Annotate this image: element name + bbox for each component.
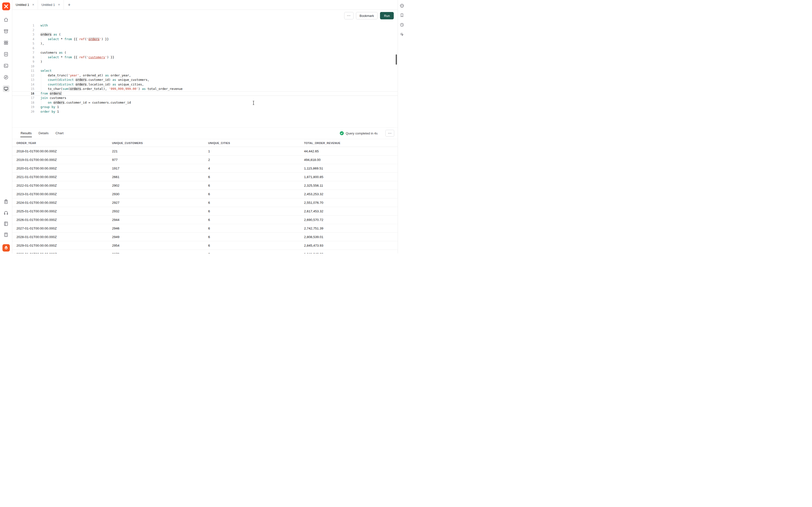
code-line: 8 select * from {{ ref('customers') }} [12, 55, 398, 60]
table-cell: 2022-01-01T00:00:00.000Z [16, 184, 112, 187]
journal-icon [3, 221, 9, 226]
line-number: 11 [12, 69, 34, 73]
table-cell: 494,818.00 [304, 158, 398, 162]
sidebar-item-archive[interactable] [3, 28, 9, 35]
table-cell: 1,841,049.32 [304, 252, 398, 254]
sidebar-item-calculator[interactable] [3, 231, 9, 238]
table-cell: 6 [208, 252, 304, 254]
sidebar-item-history[interactable] [399, 21, 405, 28]
grid-icon [3, 40, 9, 45]
table-cell: 2946 [112, 227, 208, 230]
line-number: 3 [12, 32, 34, 37]
tab-label: Untitled 1 [41, 3, 55, 7]
table-body: 2018-01-01T00:00:00.000Z221144,442.65201… [12, 147, 398, 253]
code-line: 3orders as ( [12, 32, 398, 37]
line-number: 7 [12, 50, 34, 55]
editor-scrollbar-thumb[interactable] [396, 54, 397, 65]
sidebar-item-cursor-click[interactable] [399, 31, 405, 38]
tab-label: Untitled 1 [16, 3, 29, 7]
sidebar-item-headphones[interactable] [3, 209, 9, 216]
code-text: select [34, 69, 51, 73]
monitor-icon [3, 86, 9, 91]
table-row[interactable]: 2023-01-01T00:00:00.000Z293062,453,253.3… [12, 190, 398, 199]
editor-tab[interactable]: Untitled 1✕ [38, 0, 64, 9]
cursor-click-icon [400, 32, 404, 37]
results-more-button[interactable]: ⋯ [386, 130, 394, 137]
sidebar-item-clipboard[interactable] [3, 198, 9, 205]
line-number: 2 [12, 28, 34, 33]
explore-icon [400, 3, 404, 8]
table-cell: 2024-01-01T00:00:00.000Z [16, 201, 112, 205]
code-line: 18 on orders.customer_id = customers.cus… [12, 100, 398, 105]
close-icon[interactable]: ✕ [58, 3, 60, 6]
table-row[interactable]: 2021-01-01T00:00:00.000Z266161,871,800.8… [12, 173, 398, 181]
table-cell: 1 [208, 150, 304, 153]
column-header[interactable]: TOTAL_ORDER_REVENUE [304, 142, 398, 145]
table-cell: 2,551,076.70 [304, 201, 398, 205]
code-line: 12 date_trunc('year', ordered_at) as ord… [12, 73, 398, 78]
table-row[interactable]: 2027-01-01T00:00:00.000Z294662,742,751.3… [12, 224, 398, 233]
main-panel: Untitled 1✕Untitled 1✕+ ⋯ Bookmark Run 1… [12, 0, 398, 253]
table-cell: 2,617,453.32 [304, 210, 398, 213]
table-row[interactable]: 2029-01-01T00:00:00.000Z295462,845,473.9… [12, 241, 398, 250]
results-tabs: ResultsDetailsChart [20, 129, 64, 137]
table-row[interactable]: 2024-01-01T00:00:00.000Z292762,551,076.7… [12, 199, 398, 207]
table-cell: 2,453,253.32 [304, 192, 398, 196]
archive-icon [3, 29, 9, 34]
app-logo[interactable] [2, 2, 10, 10]
code-text: ) [34, 59, 42, 64]
results-tab-results[interactable]: Results [20, 129, 32, 137]
column-header[interactable]: UNIQUE_CITIES [208, 142, 304, 145]
sidebar-item-grid[interactable] [3, 39, 9, 46]
code-text [34, 28, 41, 33]
home-icon [3, 17, 9, 22]
tab-bar: Untitled 1✕Untitled 1✕+ [12, 0, 398, 10]
sidebar-item-code-file[interactable] [3, 51, 9, 58]
sidebar-item-bookmark[interactable] [399, 12, 405, 18]
code-text: count(distinct orders.location_id) as un… [34, 82, 144, 87]
line-number: 16 [12, 91, 34, 96]
table-row[interactable]: 2018-01-01T00:00:00.000Z221144,442.65 [12, 147, 398, 156]
table-row[interactable]: 2030-01-01T00:00:00.000Z287961,841,049.3… [12, 250, 398, 253]
close-icon[interactable]: ✕ [32, 3, 34, 6]
code-line: 15 to_char(sum(orders.order_total), '999… [12, 87, 398, 91]
terminal-icon [3, 63, 9, 68]
results-tab-chart[interactable]: Chart [55, 129, 64, 137]
sql-editor[interactable]: 1with23orders as (4 select * from {{ ref… [12, 21, 398, 127]
column-header[interactable]: UNIQUE_CUSTOMERS [112, 142, 208, 145]
sidebar-item-monitor[interactable] [3, 85, 9, 92]
line-number: 5 [12, 41, 34, 46]
sidebar-item-explore[interactable] [399, 2, 405, 9]
line-number: 19 [12, 105, 34, 110]
editor-tab[interactable]: Untitled 1✕ [12, 0, 38, 9]
table-cell: 2 [208, 158, 304, 162]
table-cell: 2930 [112, 192, 208, 196]
code-text: to_char(sum(orders.order_total), '999,99… [34, 87, 183, 91]
bookmark-button[interactable]: Bookmark [356, 12, 378, 19]
table-cell: 2023-01-01T00:00:00.000Z [16, 192, 112, 196]
table-row[interactable]: 2026-01-01T00:00:00.000Z294462,690,570.7… [12, 216, 398, 224]
table-row[interactable]: 2025-01-01T00:00:00.000Z293262,617,453.3… [12, 207, 398, 216]
more-options-button[interactable]: ⋯ [344, 12, 354, 19]
sidebar-item-terminal[interactable] [3, 62, 9, 69]
results-tab-details[interactable]: Details [38, 129, 49, 137]
table-row[interactable]: 2019-01-01T00:00:00.000Z9772494,818.00 [12, 156, 398, 164]
code-text: with [34, 23, 48, 28]
add-tab-button[interactable]: + [64, 0, 74, 9]
table-cell: 2030-01-01T00:00:00.000Z [16, 252, 112, 254]
table-row[interactable]: 2028-01-01T00:00:00.000Z294962,808,539.0… [12, 233, 398, 241]
table-row[interactable]: 2020-01-01T00:00:00.000Z191741,115,869.5… [12, 164, 398, 173]
table-row[interactable]: 2022-01-01T00:00:00.000Z290262,325,556.1… [12, 181, 398, 190]
table-cell: 2,845,473.93 [304, 244, 398, 247]
headphones-icon [3, 210, 9, 215]
table-cell: 2,690,570.72 [304, 218, 398, 222]
column-header[interactable]: ORDER_YEAR [16, 142, 112, 145]
sidebar-item-compass[interactable] [3, 74, 9, 80]
table-cell: 2954 [112, 244, 208, 247]
user-avatar[interactable] [2, 244, 10, 251]
run-button[interactable]: Run [380, 12, 394, 19]
sidebar-item-journal[interactable] [3, 220, 9, 227]
code-line: 19group by 1 [12, 105, 398, 110]
sidebar-item-home[interactable] [3, 16, 9, 23]
code-line: 17join customers [12, 96, 398, 100]
